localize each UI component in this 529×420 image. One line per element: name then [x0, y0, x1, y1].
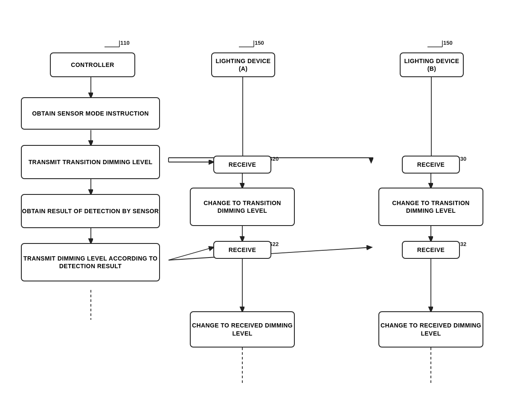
lighting-device-b-box: LIGHTING DEVICE (B) [400, 52, 464, 77]
ref-arrow-110 [102, 38, 137, 51]
change-transition-b-box: CHANGE TO TRANSITION DIMMING LEVEL [378, 188, 483, 226]
transmit-transition-box: TRANSMIT TRANSITION DIMMING LEVEL [21, 145, 160, 179]
ref-110: 110 [120, 40, 130, 46]
flowchart-diagram: { "diagram": { "title": "Flowchart", "bo… [0, 0, 529, 420]
change-transition-a-box: CHANGE TO TRANSITION DIMMING LEVEL [190, 188, 295, 226]
receive-b1-box: RECEIVE [402, 156, 460, 174]
lighting-b-vline [430, 77, 432, 156]
obtain-result-box: OBTAIN RESULT OF DETECTION BY SENSOR [21, 194, 160, 228]
receive-a2-box: RECEIVE [213, 241, 271, 259]
ref-arrow-150b [425, 38, 459, 51]
change-received-b-box: CHANGE TO RECEIVED DIMMING LEVEL [378, 311, 483, 348]
receive-b2-box: RECEIVE [402, 241, 460, 259]
lighting-device-a-box: LIGHTING DEVICE (A) [211, 52, 275, 77]
transmit-dimming-box: TRANSMIT DIMMING LEVEL ACCORDING TO DETE… [21, 243, 160, 281]
svg-line-15 [169, 247, 213, 260]
ref-arrow-150a [237, 38, 271, 51]
ref-150b: 150 [443, 40, 453, 46]
controller-box: CONTROLLER [50, 52, 135, 77]
change-received-a-box: CHANGE TO RECEIVED DIMMING LEVEL [190, 311, 295, 348]
receive-a1-box: RECEIVE [213, 156, 271, 174]
lighting-a-vline [242, 77, 244, 156]
obtain-sensor-box: OBTAIN SENSOR MODE INSTRUCTION [21, 97, 160, 130]
ref-150a: 150 [255, 40, 264, 46]
